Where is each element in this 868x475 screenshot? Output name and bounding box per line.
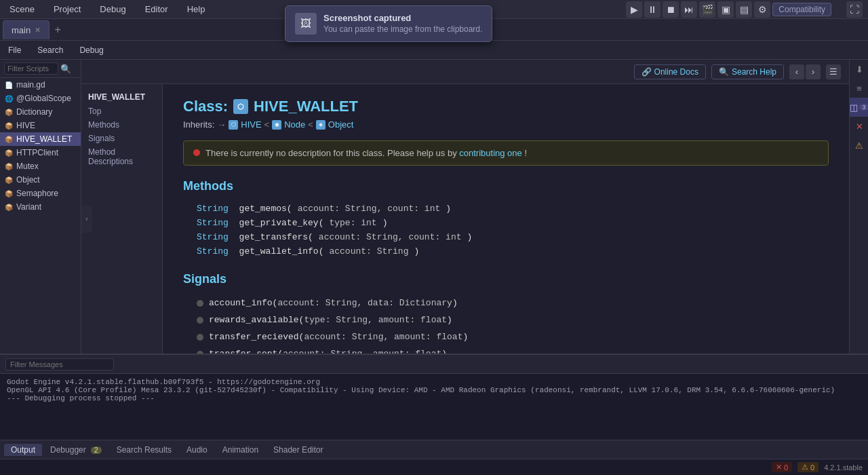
sidebar-label-main-gd: main.gd [16, 80, 45, 90]
sidebar-item-globalscope[interactable]: 🌐@GlobalScope [0, 92, 81, 105]
nav-arrows: ‹ › [789, 64, 821, 79]
compatibility-btn[interactable]: Compatibility [772, 3, 831, 16]
nav-signals[interactable]: Signals [81, 132, 162, 145]
menu-bar: Scene Project Debug Editor Help 🖼 Screen… [0, 0, 868, 19]
filter-search-icon[interactable]: 🔍 [60, 62, 72, 75]
message-count-badge: 3 [859, 104, 868, 111]
sidebar-item-semaphore[interactable]: 📦Semaphore [0, 187, 81, 200]
movie-btn[interactable]: 🎬 [699, 1, 715, 18]
sidebar-item-httpclient[interactable]: 📦HTTPClient [0, 146, 81, 159]
bottom-tab-1[interactable]: Debugger 2 [43, 444, 108, 456]
sidebar-item-variant[interactable]: 📦Variant [0, 200, 81, 214]
sidebar-icon-hive: 📦 [4, 121, 14, 130]
signal-name-transfer_sent: transfer_sent(account: String, amount: f… [209, 349, 447, 354]
right-icon-2[interactable]: ≡ [850, 79, 868, 98]
menu-help[interactable]: Help [183, 3, 210, 16]
sidebar-item-hive[interactable]: 📦HIVE [0, 119, 81, 132]
pause-btn[interactable]: ⏸ [644, 1, 660, 18]
tab-close-btn[interactable]: ✕ [35, 26, 41, 35]
search-help-btn[interactable]: 🔍 Search Help [711, 64, 784, 79]
add-tab-btn[interactable]: + [50, 22, 66, 38]
sidebar-item-main-gd[interactable]: 📄main.gd [0, 78, 81, 92]
nav-panel: HIVE_WALLET Top Methods Signals Method D… [81, 84, 163, 354]
nav-back-btn[interactable]: ‹ [789, 64, 804, 79]
contributing-link[interactable]: contributing one [459, 148, 522, 158]
search-icon: 🔍 [719, 67, 729, 77]
methods-title: Methods [183, 179, 829, 193]
step-btn[interactable]: ⏭ [681, 1, 697, 18]
online-docs-btn[interactable]: 🔗 Online Docs [634, 64, 706, 79]
nav-forward-btn[interactable]: › [806, 64, 821, 79]
submenu-file[interactable]: File [5, 44, 24, 56]
nav-class-title: HIVE_WALLET [81, 90, 162, 104]
hamburger-btn[interactable]: ☰ [826, 64, 841, 79]
sidebar-items-list: 📄main.gd🌐@GlobalScope📦Dictionary📦HIVE📦HI… [0, 78, 81, 354]
inherit-hive-link[interactable]: HIVE [241, 119, 261, 130]
notification-subtitle: You can paste the image from the clipboa… [323, 24, 482, 34]
right-icon-error[interactable]: ✕ [850, 117, 868, 136]
filter-bar: 🔍 [0, 60, 81, 78]
sidebar-icon-semaphore: 📦 [4, 189, 14, 198]
warning-dot [193, 149, 200, 156]
right-icon-warn[interactable]: ⚠ [850, 136, 868, 155]
bottom-tab-5[interactable]: Shader Editor [267, 444, 330, 456]
method-row-get_transfers: String get_transfers(account: String, co… [197, 230, 829, 244]
bottom-tab-4[interactable]: Animation [216, 444, 265, 456]
nav-top[interactable]: Top [81, 104, 162, 118]
log-line: Godot Engine v4.2.1.stable.flathub.b09f7… [7, 378, 861, 386]
method-row-get_private_key: String get_private_key(type: int) [197, 216, 829, 230]
sidebar-item-dictionary[interactable]: 📦Dictionary [0, 105, 81, 119]
log-line: OpenGL API 4.6 (Core Profile) Mesa 23.3.… [7, 386, 861, 394]
notification-popup: 🖼 Screenshot captured You can paste the … [285, 5, 492, 42]
menu-scene[interactable]: Scene [5, 3, 39, 16]
sub-toolbar: File Search Debug [0, 41, 868, 60]
collapse-sidebar-btn[interactable]: ‹ [81, 206, 92, 233]
contributing-suffix: ! [524, 148, 527, 158]
nav-methods[interactable]: Methods [81, 118, 162, 132]
return-type-get_private_key[interactable]: String [197, 218, 229, 228]
return-type-get_wallet_info[interactable]: String [197, 246, 229, 256]
settings-btn[interactable]: ⚙ [754, 1, 770, 18]
search-help-label: Search Help [732, 67, 776, 77]
return-type-get_transfers[interactable]: String [197, 232, 229, 242]
nav-method-descriptions[interactable]: Method Descriptions [81, 145, 162, 168]
filter-scripts-input[interactable] [4, 62, 58, 75]
params-get_wallet_info: account: String [329, 246, 408, 256]
inherit-node-link[interactable]: Node [284, 119, 305, 130]
maximize-btn[interactable]: ⛶ [846, 1, 863, 18]
bottom-panel: Godot Engine v4.2.1.stable.flathub.b09f7… [0, 354, 868, 459]
sidebar-item-mutex[interactable]: 📦Mutex [0, 159, 81, 173]
notification-icon: 🖼 [295, 13, 317, 35]
tab-label: main [12, 25, 31, 35]
main-tab[interactable]: main ✕ [3, 20, 50, 39]
class-icon: ⬡ [233, 99, 248, 114]
return-type-get_memos[interactable]: String [197, 204, 229, 214]
method-name-get_private_key: get_private_key( [234, 218, 324, 228]
stop-btn[interactable]: ⏹ [663, 1, 679, 18]
right-icon-3[interactable]: ◫ 3 [850, 98, 868, 117]
version-label: 4.2.1.stable [824, 463, 863, 472]
object-icon: ◈ [316, 120, 326, 130]
sidebar-item-hive-wallet[interactable]: 📦HIVE_WALLET [0, 132, 81, 146]
sidebar-label-hive: HIVE [16, 121, 35, 130]
signal-bullet-transfer_sent [197, 351, 203, 354]
submenu-debug[interactable]: Debug [77, 44, 106, 56]
layout1-btn[interactable]: ▣ [717, 1, 734, 18]
layout2-btn[interactable]: ▤ [736, 1, 752, 18]
menu-project[interactable]: Project [50, 3, 85, 16]
menu-debug[interactable]: Debug [96, 3, 130, 16]
bottom-tab-0[interactable]: Output [4, 444, 42, 456]
warning-text: There is currently no description for th… [205, 148, 527, 158]
bottom-tabs: OutputDebugger 2Search ResultsAudioAnima… [0, 440, 868, 459]
menu-editor[interactable]: Editor [141, 3, 172, 16]
filter-messages-input[interactable] [5, 358, 114, 370]
sidebar-item-object[interactable]: 📦Object [0, 173, 81, 187]
inherit-object-link[interactable]: Object [328, 119, 354, 130]
right-icon-1[interactable]: ⬇ [850, 60, 868, 79]
submenu-search[interactable]: Search [35, 44, 66, 56]
bottom-tab-3[interactable]: Audio [180, 444, 214, 456]
bottom-tab-2[interactable]: Search Results [110, 444, 178, 456]
sidebar-label-object: Object [16, 175, 40, 185]
sidebar-label-globalscope: @GlobalScope [16, 94, 71, 103]
play-btn[interactable]: ▶ [626, 1, 642, 18]
